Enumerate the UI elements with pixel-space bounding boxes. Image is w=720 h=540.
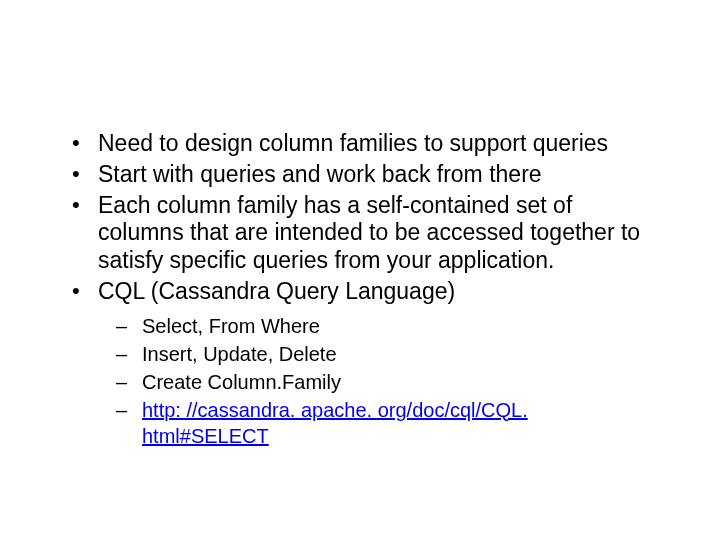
bullet-list-level2: Select, From Where Insert, Update, Delet… [98,313,660,449]
list-item: CQL (Cassandra Query Language) Select, F… [88,278,660,449]
slide-body: Need to design column families to suppor… [0,0,720,540]
bullet-text: Start with queries and work back from th… [98,161,542,187]
cql-doc-link[interactable]: http: //cassandra. apache. org/doc/cql/C… [142,399,528,447]
bullet-text: Select, From Where [142,315,320,337]
bullet-list-level1: Need to design column families to suppor… [60,130,660,449]
bullet-text: Insert, Update, Delete [142,343,337,365]
list-item: Insert, Update, Delete [134,341,660,367]
list-item: Each column family has a self-contained … [88,192,660,273]
list-item: http: //cassandra. apache. org/doc/cql/C… [134,397,660,449]
bullet-text: Need to design column families to suppor… [98,130,608,156]
bullet-text: CQL (Cassandra Query Language) [98,278,455,304]
list-item: Start with queries and work back from th… [88,161,660,188]
list-item: Create Column.Family [134,369,660,395]
bullet-text: Create Column.Family [142,371,341,393]
list-item: Need to design column families to suppor… [88,130,660,157]
list-item: Select, From Where [134,313,660,339]
bullet-text: Each column family has a self-contained … [98,192,640,272]
